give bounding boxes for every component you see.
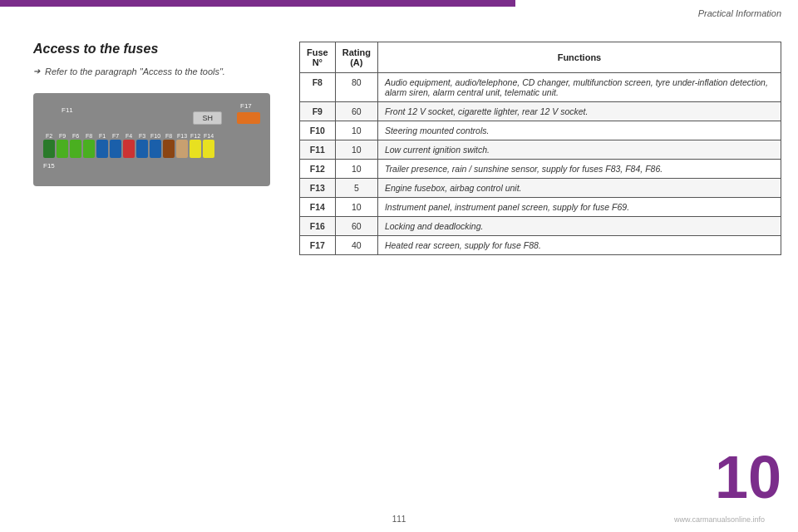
fuse-chip-f4 — [123, 140, 135, 158]
fuse-chip-f6 — [70, 140, 81, 158]
fuse-function-cell: Heated rear screen, supply for fuse F88. — [377, 236, 781, 255]
fuse-label-f1: F1 — [96, 133, 108, 139]
fuse-function-cell: Front 12 V socket, cigarette lighter, re… — [377, 102, 781, 121]
left-section: Access to the fuses Refer to the paragra… — [33, 42, 283, 186]
fuse-id-cell: F11 — [300, 140, 336, 160]
col-header-fuse: FuseN° — [300, 42, 336, 73]
table-row: F1010Steering mounted controls. — [300, 121, 781, 140]
fuse-chip-f8b — [163, 140, 175, 158]
fuse-chip-f13 — [176, 140, 188, 158]
table-row: F960Front 12 V socket, cigarette lighter… — [300, 102, 781, 121]
fuse-function-cell: Low current ignition switch. — [377, 140, 781, 160]
fuse-chip-f10 — [150, 140, 161, 158]
fuse-function-cell: Engine fusebox, airbag control unit. — [377, 179, 781, 198]
fuse-chip-f3 — [136, 140, 148, 158]
fuse-id-cell: F8 — [300, 73, 336, 102]
table-section: FuseN° Rating(A) Functions F880Audio equ… — [299, 42, 781, 255]
fuse-label-f2: F2 — [43, 133, 55, 139]
fuse-label-f12: F12 — [190, 133, 201, 139]
fuse-function-cell: Instrument panel, instrument panel scree… — [377, 198, 781, 217]
fuse-chip-f2 — [43, 140, 55, 158]
fuse-chip-f14 — [203, 140, 214, 158]
fuse-rating-cell: 10 — [335, 160, 377, 179]
fuse-chip-f12 — [190, 140, 201, 158]
watermark: www.carmanualsonline.info — [674, 515, 765, 524]
fuse-rating-cell: 60 — [335, 102, 377, 121]
fuse-table: FuseN° Rating(A) Functions F880Audio equ… — [299, 42, 781, 255]
fuse-id-cell: F14 — [300, 198, 336, 217]
fuse-sh: SH — [193, 111, 222, 125]
col-header-functions: Functions — [377, 42, 781, 73]
page-number: 111 — [392, 515, 406, 524]
fuse-label-f3: F3 — [136, 133, 148, 139]
fuse-label-f13: F13 — [176, 133, 188, 139]
col-header-rating: Rating(A) — [335, 42, 377, 73]
fuse-rating-cell: 40 — [335, 236, 377, 255]
fuse-chip-f9 — [57, 140, 68, 158]
table-row: F1660Locking and deadlocking. — [300, 217, 781, 236]
page-header: Practical Information — [698, 8, 781, 18]
fuse-label-f8b: F8 — [163, 133, 175, 139]
fuse-id-cell: F17 — [300, 236, 336, 255]
fuse-label-f8: F8 — [83, 133, 95, 139]
fuse-rating-cell: 80 — [335, 73, 377, 102]
section-title: Access to the fuses — [33, 42, 283, 57]
f11-label: F11 — [62, 106, 73, 114]
chapter-number: 10 — [715, 447, 781, 507]
fuse-id-cell: F10 — [300, 121, 336, 140]
table-row: F1210Trailer presence, rain / sunshine s… — [300, 160, 781, 179]
top-bar — [0, 0, 515, 7]
fuse-box-diagram: F11 SH F17 F2 F9 F6 F8 F1 F7 F4 F3 F10 F… — [33, 93, 270, 186]
fuse-function-cell: Audio equipment, audio/telephone, CD cha… — [377, 73, 781, 102]
fuse-label-f6: F6 — [70, 133, 81, 139]
f15-label: F15 — [43, 162, 260, 170]
fuse-label-f4: F4 — [123, 133, 135, 139]
table-row: F135Engine fusebox, airbag control unit. — [300, 179, 781, 198]
fuse-chip-f5 — [83, 140, 95, 158]
fuse-id-cell: F16 — [300, 217, 336, 236]
fuse-label-f9: F9 — [57, 133, 68, 139]
table-row: F1740Heated rear screen, supply for fuse… — [300, 236, 781, 255]
f17-label-top: F17 — [240, 102, 252, 110]
fuse-function-cell: Steering mounted controls. — [377, 121, 781, 140]
fuse-rating-cell: 10 — [335, 198, 377, 217]
fuse-id-cell: F12 — [300, 160, 336, 179]
table-row: F1410Instrument panel, instrument panel … — [300, 198, 781, 217]
fuse-label-f10: F10 — [150, 133, 161, 139]
fuse-id-cell: F9 — [300, 102, 336, 121]
fuse-function-cell: Trailer presence, rain / sunshine sensor… — [377, 160, 781, 179]
fuse-f17 — [237, 112, 260, 124]
fuse-id-cell: F13 — [300, 179, 336, 198]
fuse-label-f7: F7 — [110, 133, 121, 139]
table-row: F880Audio equipment, audio/telephone, CD… — [300, 73, 781, 102]
fuse-function-cell: Locking and deadlocking. — [377, 217, 781, 236]
table-row: F1110Low current ignition switch. — [300, 140, 781, 160]
fuse-rating-cell: 5 — [335, 179, 377, 198]
fuse-rating-cell: 60 — [335, 217, 377, 236]
fuse-chip-f1 — [96, 140, 108, 158]
refer-text: Refer to the paragraph "Access to the to… — [33, 66, 283, 76]
fuse-label-f14: F14 — [203, 133, 214, 139]
fuse-rating-cell: 10 — [335, 140, 377, 160]
fuse-rating-cell: 10 — [335, 121, 377, 140]
fuse-chip-f7 — [110, 140, 121, 158]
